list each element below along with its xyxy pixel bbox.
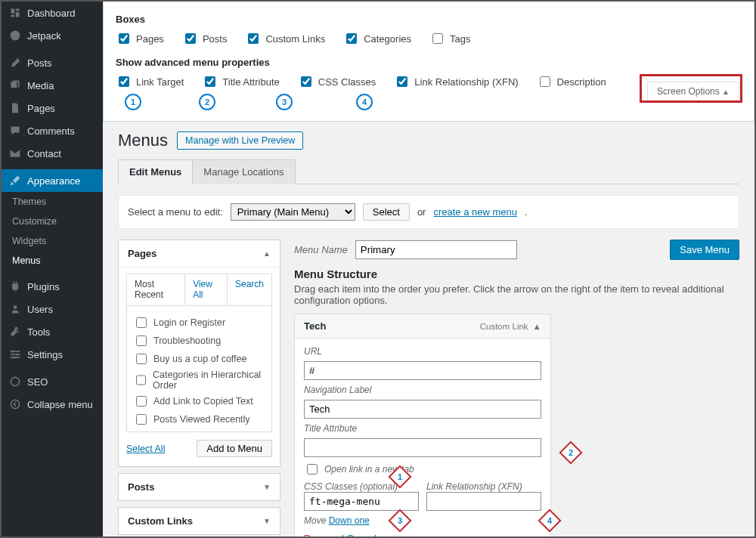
url-input[interactable] [304, 361, 541, 380]
manage-live-preview-button[interactable]: Manage with Live Preview [177, 131, 303, 150]
tab-edit-menus[interactable]: Edit Menus [118, 159, 193, 184]
acc-custom-links-header[interactable]: Custom Links▼ [119, 508, 280, 534]
svg-point-5 [11, 350, 14, 352]
annotation-blue-2: 2 [199, 94, 215, 110]
sidebar-sub-menus[interactable]: Menus [2, 251, 103, 271]
page-item[interactable]: Troubleshooting [133, 333, 265, 348]
page-item[interactable]: Categories in Hierarchical Order [133, 369, 265, 391]
adv-xfn[interactable]: Link Relationship (XFN) [394, 74, 518, 89]
sidebar-item-settings[interactable]: Settings [2, 343, 103, 366]
page-icon [9, 102, 21, 114]
tab-manage-locations[interactable]: Manage Locations [192, 159, 295, 184]
collapse-icon [9, 398, 21, 410]
adv-link-target[interactable]: Link Target [116, 74, 184, 89]
tools-icon [9, 326, 21, 338]
menu-name-label: Menu Name [294, 244, 348, 255]
add-items-column: Pages▲ Most Recent View All Search Login… [118, 240, 280, 536]
sidebar-sub-themes[interactable]: Themes [2, 192, 103, 212]
settings-icon [9, 348, 21, 360]
box-categories[interactable]: Categories [343, 31, 411, 46]
sidebar-item-seo[interactable]: SEO [2, 370, 103, 393]
sidebar-item-jetpack[interactable]: Jetpack [2, 24, 103, 47]
chevron-down-icon: ▼ [263, 483, 271, 491]
menu-select[interactable]: Primary (Main Menu) [231, 203, 355, 221]
sidebar-item-dashboard[interactable]: Dashboard [2, 2, 103, 24]
chevron-up-icon: ▲ [722, 88, 730, 96]
acc-custom-links: Custom Links▼ [118, 507, 280, 535]
save-menu-button[interactable]: Save Menu [670, 240, 739, 260]
page-item[interactable]: Posts Viewed Recently [133, 412, 265, 427]
sidebar-sub-customize[interactable]: Customize [2, 212, 103, 231]
sidebar-item-media[interactable]: Media [2, 74, 103, 97]
sidebar-item-pages[interactable]: Pages [2, 97, 103, 119]
admin-sidebar: Dashboard Jetpack Posts Media Pages Comm… [2, 2, 103, 536]
boxes-row: Pages Posts Custom Links Categories Tags [116, 31, 742, 46]
sidebar-item-posts[interactable]: Posts [2, 51, 103, 74]
nav-label-input[interactable] [304, 400, 541, 419]
screen-options-panel: Boxes Pages Posts Custom Links Categorie… [103, 2, 754, 122]
box-posts[interactable]: Posts [182, 31, 228, 46]
menu-structure-hint: Drag each item into the order you prefer… [294, 283, 739, 306]
acc-pages: Pages▲ Most Recent View All Search Login… [118, 240, 280, 467]
sidebar-item-plugins[interactable]: Plugins [2, 275, 103, 298]
svg-point-7 [13, 356, 15, 358]
menu-item-header[interactable]: Tech Custom Link ▲ [295, 314, 550, 339]
page-title: Menus [118, 131, 168, 150]
remove-link[interactable]: Remove [304, 533, 339, 536]
menu-item-tech: Tech Custom Link ▲ URL Navigation Label … [294, 314, 551, 536]
page-item[interactable]: Login or Register [133, 315, 265, 330]
css-classes-input[interactable] [304, 492, 419, 511]
sidebar-item-comments[interactable]: Comments [2, 119, 103, 142]
menu-name-input[interactable] [355, 240, 517, 259]
sidebar-item-contact[interactable]: Contact [2, 142, 103, 165]
xfn-input[interactable] [426, 492, 541, 511]
page-item[interactable]: Author Recent Posts [133, 430, 265, 432]
acc-posts-header[interactable]: Posts▼ [119, 474, 280, 500]
select-button[interactable]: Select [363, 203, 410, 221]
menu-structure-column: Menu Name Save Menu Menu Structure Drag … [294, 240, 739, 536]
page-item[interactable]: Add Link to Copied Text [133, 394, 265, 409]
pin-icon [9, 57, 21, 69]
move-down-link[interactable]: Down one [329, 515, 370, 526]
adv-description[interactable]: Description [537, 74, 606, 89]
sidebar-item-tools[interactable]: Tools [2, 320, 103, 343]
open-new-tab-checkbox[interactable]: Open link in a new tab [304, 462, 541, 477]
chevron-up-icon: ▲ [533, 322, 541, 331]
sidebar-item-users[interactable]: Users [2, 298, 103, 320]
create-new-menu-link[interactable]: create a new menu [433, 206, 517, 218]
sidebar-item-appearance[interactable]: Appearance [2, 169, 103, 192]
screen-options-tab[interactable]: Screen Options ▲ [647, 82, 739, 100]
select-all-link[interactable]: Select All [126, 444, 165, 454]
sidebar-item-collapse[interactable]: Collapse menu [2, 393, 103, 416]
adv-title-attribute[interactable]: Title Attribute [202, 74, 279, 89]
acc-pages-header[interactable]: Pages▲ [119, 240, 280, 267]
chevron-up-icon: ▲ [263, 249, 271, 258]
subtab-view-all[interactable]: View All [185, 274, 228, 305]
annotation-blue-3: 3 [276, 94, 293, 110]
box-tags[interactable]: Tags [429, 31, 470, 46]
comment-icon [9, 125, 21, 137]
acc-posts: Posts▼ [118, 473, 280, 501]
cancel-link[interactable]: Cancel [347, 533, 376, 536]
pages-list[interactable]: Login or Register Troubleshooting Buy us… [126, 305, 272, 432]
svg-point-8 [11, 377, 19, 385]
url-label: URL [304, 346, 541, 357]
svg-point-9 [11, 400, 19, 408]
title-attr-input[interactable] [304, 438, 541, 457]
adv-css-classes[interactable]: CSS Classes [298, 74, 376, 89]
sidebar-sub-widgets[interactable]: Widgets [2, 231, 103, 251]
svg-point-1 [14, 305, 17, 309]
plugin-icon [9, 280, 21, 292]
subtab-search[interactable]: Search [228, 274, 271, 305]
jetpack-icon [9, 29, 21, 42]
subtab-most-recent[interactable]: Most Recent [127, 274, 185, 305]
page-item[interactable]: Buy us a cup of coffee [133, 351, 265, 366]
boxes-heading: Boxes [116, 14, 742, 25]
main-content: Boxes Pages Posts Custom Links Categorie… [103, 2, 754, 536]
svg-point-0 [11, 31, 20, 41]
menu-tabs: Edit Menus Manage Locations [118, 159, 739, 184]
menu-select-row: Select a menu to edit: Primary (Main Men… [118, 195, 739, 229]
add-to-menu-button[interactable]: Add to Menu [197, 440, 272, 457]
box-custom-links[interactable]: Custom Links [245, 31, 325, 46]
box-pages[interactable]: Pages [116, 31, 164, 46]
